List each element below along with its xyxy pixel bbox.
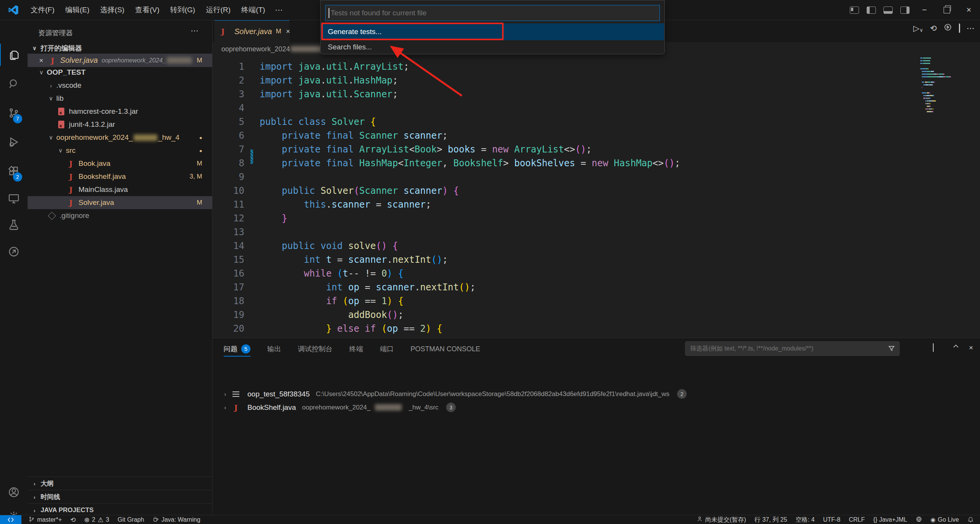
tree-item[interactable]: JSolver.javaM — [28, 196, 212, 209]
status-item[interactable]: ⟲ — [70, 516, 75, 524]
source-control-icon[interactable]: 7 — [0, 102, 28, 124]
panel-tab[interactable]: POSTMAN CONSOLE — [411, 341, 480, 357]
panel-tab[interactable]: 输出 — [267, 341, 281, 357]
history-icon[interactable]: ⟲ — [930, 24, 937, 33]
code-line[interactable]: 10 public Solver(Scanner scanner) { — [212, 184, 980, 198]
code-editor[interactable]: 1import java.util.ArrayList;2import java… — [212, 56, 980, 342]
code-line[interactable]: 2import java.util.HashMap; — [212, 74, 980, 87]
toggle-sidebar-icon[interactable] — [863, 0, 880, 20]
testing-icon[interactable] — [0, 214, 28, 236]
open-editors-header[interactable]: ∨ 打开的编辑器 — [31, 44, 82, 53]
search-icon[interactable] — [0, 73, 28, 95]
menu-item[interactable]: 编辑(E) — [60, 3, 95, 17]
tree-item[interactable]: ∨lib — [28, 92, 212, 105]
status-item[interactable] — [967, 516, 974, 524]
code-line[interactable]: 3import java.util.Scanner; — [212, 87, 980, 101]
code-line[interactable]: 7 private final ArrayList<Book> books = … — [212, 142, 980, 156]
status-item[interactable]: ◉Go Live — [931, 516, 959, 523]
problems-row[interactable]: ›oop_test_58f38345C:\Users\24502\AppData… — [212, 387, 980, 401]
code-line[interactable]: 6 private final Scanner scanner; — [212, 129, 980, 142]
quick-input-item[interactable]: Search files... — [321, 40, 664, 54]
tree-item[interactable]: JBook.javaM — [28, 157, 212, 170]
close-icon[interactable]: × — [39, 56, 43, 65]
split-panel-icon[interactable] — [933, 344, 934, 352]
menu-item[interactable]: 终端(T) — [236, 3, 270, 17]
menu-item[interactable]: 运行(R) — [201, 3, 236, 17]
close-button[interactable]: × — [958, 0, 980, 20]
tree-item[interactable]: ›.vscode — [28, 79, 212, 92]
close-panel-icon[interactable]: × — [969, 344, 973, 352]
code-line[interactable]: 5public class Solver { — [212, 115, 980, 129]
code-line[interactable]: 15 int t = scanner.nextInt(); — [212, 253, 980, 267]
extensions-icon[interactable]: 2 — [0, 160, 28, 182]
status-item[interactable]: UTF-8 — [823, 516, 840, 523]
tree-item[interactable]: JMainClass.java — [28, 183, 212, 196]
status-item[interactable]: {} Java+JML — [873, 516, 907, 523]
menu-item[interactable]: 转到(G) — [165, 3, 200, 17]
maximize-panel-icon[interactable] — [952, 343, 960, 352]
status-item[interactable]: 行 37, 列 25 — [754, 516, 787, 524]
minimap[interactable] — [920, 57, 962, 114]
menu-more[interactable]: ⋯ — [270, 5, 287, 15]
status-item[interactable]: master*+ — [28, 516, 62, 524]
minimize-button[interactable]: − — [913, 0, 936, 20]
status-item[interactable]: 尚未提交(暂存) — [697, 516, 746, 524]
restore-button[interactable] — [936, 0, 958, 20]
tree-item[interactable]: ∨ooprehomework_2024__hw_4● — [28, 131, 212, 144]
menu-item[interactable]: 选择(S) — [95, 3, 130, 17]
open-editor-item[interactable]: × J Solver.java ooprehomework_2024_ M — [28, 54, 212, 67]
code-line[interactable]: 9 — [212, 170, 980, 184]
status-item[interactable]: 空格: 4 — [795, 516, 815, 524]
sidebar-section-timeline[interactable]: ›时间线 — [28, 490, 212, 503]
panel-tab[interactable]: 调试控制台 — [298, 341, 332, 357]
sidebar-more-actions-icon[interactable]: ⋯ — [191, 26, 198, 35]
status-item[interactable]: Java: Warning — [152, 516, 200, 524]
code-line[interactable]: 19 addBook(); — [212, 308, 980, 322]
tree-item[interactable]: JBookshelf.java3, M — [28, 170, 212, 183]
code-line[interactable]: 17 int op = scanner.nextInt(); — [212, 280, 980, 294]
code-line[interactable]: 20 } else if (op == 2) { — [212, 322, 980, 336]
menu-item[interactable]: 查看(V) — [130, 3, 165, 17]
tree-item[interactable]: .gitignore — [28, 209, 212, 222]
code-line[interactable]: 11 this.scanner = scanner; — [212, 198, 980, 211]
code-line[interactable]: 12 } — [212, 211, 980, 225]
tab-solver-java[interactable]: J Solver.java M × — [214, 20, 290, 42]
remote-indicator[interactable] — [0, 515, 21, 524]
code-line[interactable]: 18 if (op == 1) { — [212, 294, 980, 308]
run-button[interactable]: ▷∨ — [913, 24, 923, 33]
code-line[interactable]: 4 — [212, 101, 980, 115]
sidebar-section-outline[interactable]: ›大纲 — [28, 477, 212, 490]
status-item[interactable]: CRLF — [849, 516, 865, 523]
tree-item[interactable]: hamcrest-core-1.3.jar — [28, 105, 212, 118]
tree-item[interactable]: ∨OOP_TEST — [28, 66, 212, 79]
status-item[interactable] — [916, 516, 922, 524]
filter-input[interactable] — [689, 345, 888, 352]
code-line[interactable]: 14 public void solve() { — [212, 239, 980, 253]
panel-tab[interactable]: 问题5 — [224, 341, 250, 357]
accounts-icon[interactable] — [0, 481, 28, 503]
run-tests-icon[interactable] — [944, 23, 952, 33]
customize-layout-icon[interactable] — [846, 0, 863, 20]
menu-item[interactable]: 文件(F) — [25, 3, 60, 17]
status-item[interactable]: Git Graph — [118, 516, 144, 523]
run-debug-icon[interactable] — [0, 131, 28, 153]
toggle-panel-icon[interactable] — [880, 0, 897, 20]
status-item[interactable]: ⊗2⚠3 — [84, 516, 109, 524]
problems-row[interactable]: ›JBookShelf.javaooprehomework_2024__hw_4… — [212, 401, 980, 414]
split-editor-icon[interactable] — [959, 24, 960, 33]
toggle-secondary-sidebar-icon[interactable] — [897, 0, 913, 20]
problems-filter[interactable] — [685, 341, 900, 356]
panel-tab[interactable]: 终端 — [349, 341, 363, 357]
code-line[interactable]: 8 private final HashMap<Integer, Bookshe… — [212, 156, 980, 170]
code-line[interactable]: 16 while (t-- != 0) { — [212, 267, 980, 280]
tab-close-icon[interactable]: × — [286, 27, 290, 36]
code-line[interactable]: 1import java.util.ArrayList; — [212, 60, 980, 74]
extra-extension-icon[interactable] — [0, 241, 28, 263]
code-line[interactable]: 13 — [212, 225, 980, 239]
explorer-icon[interactable] — [0, 44, 28, 66]
more-actions-icon[interactable]: ⋯ — [967, 24, 975, 33]
tree-item[interactable]: junit-4.13.2.jar — [28, 118, 212, 131]
quick-input-box[interactable] — [325, 5, 660, 21]
panel-tab[interactable]: 端口 — [380, 341, 394, 357]
quick-input-field[interactable] — [330, 8, 646, 18]
